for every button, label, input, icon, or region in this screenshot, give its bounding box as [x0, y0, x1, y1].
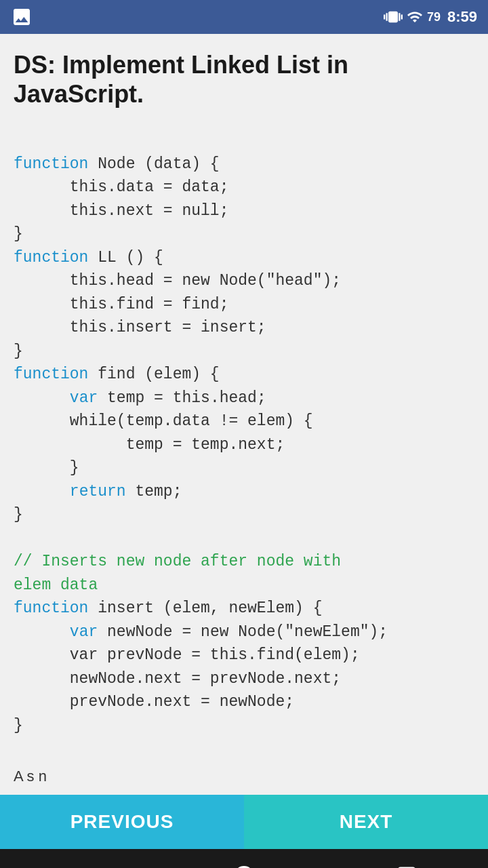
keyword-return: return	[70, 483, 126, 500]
partial-text-content: A s n	[14, 768, 47, 785]
bottom-nav	[0, 849, 488, 868]
status-right: 79 8:59	[384, 7, 477, 26]
button-area: PREVIOUS NEXT	[0, 795, 488, 849]
image-icon	[11, 6, 33, 28]
keyword-var-1: var	[70, 389, 98, 407]
partial-text: A s n	[0, 761, 488, 792]
recents-icon	[394, 864, 419, 868]
keyword-function-3: function	[14, 366, 88, 383]
status-left	[11, 6, 33, 28]
signal-icon	[407, 7, 423, 26]
back-button[interactable]	[64, 859, 98, 868]
keyword-function-1: function	[14, 155, 88, 173]
next-button[interactable]: NEXT	[244, 795, 488, 849]
main-content: DS: Implement Linked List in JavaScript.…	[0, 34, 488, 761]
keyword-function-4: function	[14, 599, 88, 617]
back-icon	[69, 864, 94, 868]
status-bar: 79 8:59	[0, 0, 488, 34]
page-title: DS: Implement Linked List in JavaScript.	[14, 50, 474, 108]
time-display: 8:59	[447, 8, 477, 26]
keyword-function-2: function	[14, 249, 88, 267]
status-icons: 79 8:59	[384, 7, 477, 26]
code-block: function Node (data) { this.data = data;…	[14, 129, 474, 761]
home-button[interactable]	[227, 859, 261, 868]
recents-button[interactable]	[390, 859, 424, 868]
previous-button[interactable]: PREVIOUS	[0, 795, 244, 849]
battery-text: 79	[427, 10, 441, 24]
home-icon	[232, 864, 256, 868]
vibrate-icon	[384, 7, 403, 26]
keyword-var-2: var	[70, 623, 98, 641]
code-comment: // Inserts new node after node with elem…	[14, 553, 341, 594]
